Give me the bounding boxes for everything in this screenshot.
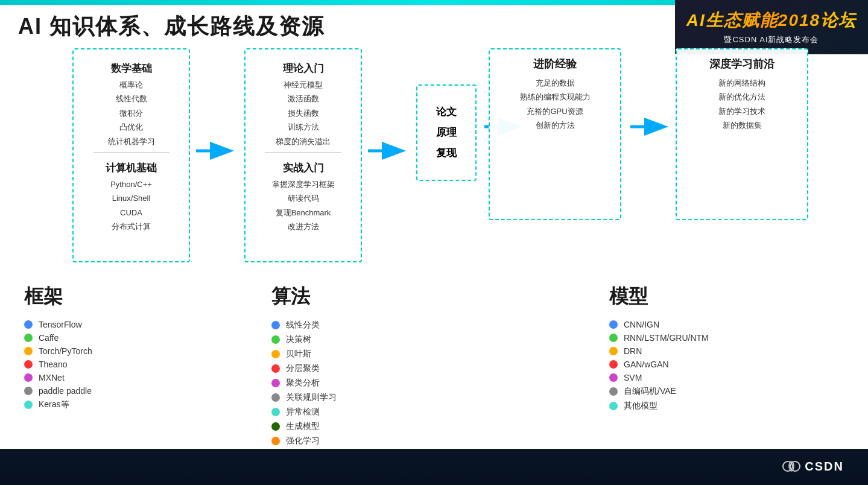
al-name-4: 分层聚类 (286, 363, 320, 374)
fw-name-1: TensorFlow (39, 320, 82, 329)
al-item-6: 关联规则学习 (271, 392, 416, 403)
arrow-4 (627, 112, 670, 147)
fw-item-5: MXNet (24, 373, 181, 382)
deep-item-1: 新的网络结构 (718, 76, 765, 90)
comp-item-1: Python/C++ (110, 177, 152, 191)
title-ai: AI (18, 14, 42, 39)
arrow-1 (193, 136, 235, 171)
comp-items: Python/C++ Linux/Shell CUDA 分布式计算 (110, 177, 152, 234)
comp-title: 计算机基础 (106, 161, 157, 175)
box-math-computer: 数学基础 概率论 线性代数 微积分 凸优化 统计机器学习 计算机基础 Pytho… (72, 48, 190, 262)
model-section: 模型 CNN/IGN RNN/LSTM/GRU/NTM DRN GAN/wGAN… (603, 277, 796, 458)
fw-dot-5 (24, 373, 33, 382)
framework-label: 框架 (24, 284, 181, 310)
fw-item-4: Theano (24, 360, 181, 369)
al-dot-2 (271, 335, 280, 344)
mo-dot-5 (609, 373, 618, 382)
logo-area: AI生态赋能2018论坛 暨CSDN AI新战略发布会 (675, 0, 868, 54)
fw-name-7: Keras等 (39, 399, 69, 410)
csdn-icon (782, 457, 801, 476)
theory-item-4: 训练方法 (276, 120, 331, 134)
al-name-8: 生成模型 (286, 421, 320, 432)
mo-name-6: 自编码机/VAE (624, 386, 676, 397)
paper-text: 论文原理复现 (436, 102, 457, 163)
fw-dot-3 (24, 347, 33, 355)
arrow-2 (365, 136, 407, 171)
adv-item-2: 熟练的编程实现能力 (520, 90, 591, 104)
practice-items: 掌握深度学习框架 研读代码 复现Benchmark 改进方法 (272, 177, 335, 234)
practice-item-2: 研读代码 (272, 191, 335, 205)
mo-dot-3 (609, 347, 618, 355)
logo-title: AI生态赋能2018论坛 (686, 9, 857, 32)
advanced-items: 充足的数据 熟练的编程实现能力 充裕的GPU资源 创新的方法 (520, 76, 591, 133)
mo-dot-4 (609, 360, 618, 369)
comp-item-4: 分布式计算 (110, 220, 152, 233)
al-dot-5 (271, 379, 280, 387)
fw-dot-6 (24, 387, 33, 395)
al-name-9: 强化学习 (286, 436, 320, 446)
mo-name-5: SVM (624, 373, 642, 382)
mo-item-2: RNN/LSTM/GRU/NTM (609, 333, 790, 343)
box-paper: 论文原理复现 (416, 84, 477, 181)
al-dot-7 (271, 408, 280, 416)
deep-items: 新的网络结构 新的优化方法 新的学习技术 新的数据集 (718, 76, 765, 133)
math-item-1: 概率论 (108, 78, 155, 92)
comp-item-2: Linux/Shell (110, 191, 152, 205)
al-item-8: 生成模型 (271, 421, 416, 432)
fw-name-6: paddle paddle (39, 386, 92, 396)
al-name-6: 关联规则学习 (286, 392, 337, 403)
al-dot-3 (271, 350, 280, 358)
mo-dot-1 (609, 320, 618, 329)
divider-2 (265, 152, 341, 153)
fw-item-7: Keras等 (24, 399, 181, 410)
fw-name-4: Theano (39, 360, 67, 369)
mo-item-3: DRN (609, 346, 790, 356)
al-name-1: 线性分类 (286, 320, 320, 331)
box-deep-learning: 深度学习前沿 新的网络结构 新的优化方法 新的学习技术 新的数据集 (676, 48, 808, 220)
math-item-4: 凸优化 (108, 120, 155, 134)
al-dot-4 (271, 364, 280, 373)
fw-dot-1 (24, 320, 33, 329)
mo-item-5: SVM (609, 373, 790, 382)
mo-name-7: 其他模型 (624, 401, 657, 411)
fw-name-5: MXNet (39, 373, 65, 382)
fw-name-3: Torch/PyTorch (39, 346, 92, 356)
al-name-7: 异常检测 (286, 407, 320, 417)
box-theory-practice: 理论入门 神经元模型 激活函数 损失函数 训练方法 梯度的消失溢出 实战入门 掌… (244, 48, 362, 262)
algorithm-label: 算法 (271, 284, 416, 310)
mo-item-1: CNN/IGN (609, 320, 790, 329)
divider-1 (93, 152, 169, 153)
adv-item-1: 充足的数据 (520, 76, 591, 90)
al-name-5: 聚类分析 (286, 378, 320, 388)
al-item-5: 聚类分析 (271, 378, 416, 388)
al-item-1: 线性分类 (271, 320, 416, 331)
practice-item-3: 复现Benchmark (272, 206, 335, 220)
math-item-2: 线性代数 (108, 92, 155, 106)
al-item-2: 决策树 (271, 334, 416, 345)
al-name-2: 决策树 (286, 334, 311, 345)
deep-title: 深度学习前沿 (709, 57, 775, 71)
math-items: 概率论 线性代数 微积分 凸优化 统计机器学习 (108, 78, 155, 148)
adv-item-3: 充裕的GPU资源 (520, 104, 591, 118)
practice-title: 实战入门 (283, 161, 324, 175)
fw-dot-4 (24, 360, 33, 369)
box-advanced: 进阶经验 充足的数据 熟练的编程实现能力 充裕的GPU资源 创新的方法 (489, 48, 621, 220)
csdn-text: CSDN (805, 460, 844, 474)
fw-item-3: Torch/PyTorch (24, 346, 181, 356)
theory-items: 神经元模型 激活函数 损失函数 训练方法 梯度的消失溢出 (276, 78, 331, 148)
theory-title: 理论入门 (283, 62, 324, 75)
mo-name-2: RNN/LSTM/GRU/NTM (624, 333, 709, 343)
logo-subtitle: 暨CSDN AI新战略发布会 (724, 34, 819, 45)
mo-name-4: GAN/wGAN (624, 360, 669, 369)
al-item-4: 分层聚类 (271, 363, 416, 374)
fw-dot-7 (24, 401, 33, 409)
math-item-3: 微积分 (108, 106, 155, 120)
comp-item-3: CUDA (110, 206, 152, 220)
advanced-title: 进阶经验 (533, 57, 577, 71)
fw-item-2: Caffe (24, 333, 181, 343)
mo-name-1: CNN/IGN (624, 320, 659, 329)
mo-dot-6 (609, 387, 618, 396)
al-dot-1 (271, 321, 280, 329)
al-dot-6 (271, 393, 280, 402)
mo-dot-2 (609, 334, 618, 342)
